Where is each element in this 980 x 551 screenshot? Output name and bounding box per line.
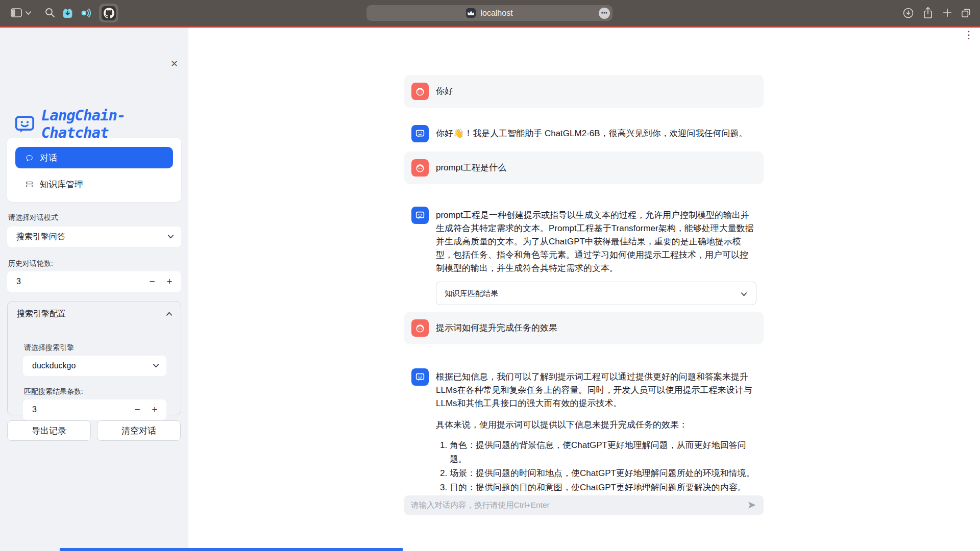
message-text: 你好👋！我是人工智能助手 ChatGLM2-6B，很高兴见到你，欢迎问我任何问题… <box>436 125 748 140</box>
result-plus-button[interactable]: + <box>146 399 163 420</box>
history-rounds-label: 历史对话轮数: <box>8 259 53 268</box>
user-avatar <box>411 83 429 100</box>
nav-item-label: 知识库管理 <box>40 179 83 190</box>
new-tab-icon[interactable] <box>942 7 953 18</box>
extension-circles-icon[interactable] <box>79 7 92 19</box>
nav-item-knowledge-base[interactable]: 知识库管理 <box>15 174 173 194</box>
search-engine-value: duckduckgo <box>32 361 76 370</box>
bottom-accent-bar <box>60 548 403 551</box>
history-minus-button[interactable]: − <box>143 271 161 292</box>
kb-match-results-label: 知识库匹配结果 <box>445 287 498 300</box>
message-text: 提示词如何提升完成任务的效果 <box>436 319 557 335</box>
sidebar-close-icon[interactable]: ✕ <box>170 58 178 69</box>
tab-overview-icon[interactable] <box>960 7 972 19</box>
result-count-label: 匹配搜索结果条数: <box>24 387 83 396</box>
browser-toolbar: localhost ⋯ <box>0 0 980 26</box>
chat-input[interactable] <box>411 500 742 510</box>
extension-cat-download-icon[interactable] <box>61 7 74 19</box>
chat-message-assistant: prompt工程是一种创建提示或指导以生成文本的过程，允许用户控制模型的输出并生… <box>404 199 764 313</box>
history-plus-button[interactable]: + <box>161 271 178 292</box>
app-menu-icon[interactable]: ⋮ <box>964 30 974 40</box>
chat-message-user: 你好 <box>404 75 764 108</box>
chat-message-user: prompt工程是什么 <box>404 152 764 184</box>
list-item: 场景：提供问题的时间和地点，使ChatGPT更好地理解问题所处的环境和情境。 <box>450 466 756 480</box>
message-text: 你好 <box>436 83 453 98</box>
message-paragraph: 根据已知信息，我们可以了解到提示词工程可以通过提供更好的问题和答案来提升LLMs… <box>436 370 756 410</box>
nav-item-dialog[interactable]: 对话 <box>15 147 173 168</box>
list-item: 角色：提供问题的背景信息，使ChatGPT更好地理解问题，从而更好地回答问题。 <box>450 438 756 466</box>
chevron-down-icon[interactable] <box>25 10 32 16</box>
logo-text: LangChain-Chatchat <box>41 107 188 141</box>
message-text: prompt工程是什么 <box>436 159 506 174</box>
dialog-mode-value: 搜索引擎问答 <box>16 232 65 242</box>
app-logo: LangChain-Chatchat <box>13 107 188 141</box>
search-engine-config-header[interactable]: 搜索引擎配置 <box>8 302 181 326</box>
nav-item-label: 对话 <box>40 152 57 164</box>
history-rounds-value: 3 <box>16 277 21 286</box>
user-avatar <box>411 319 429 337</box>
result-count-input[interactable]: 3 − + <box>23 399 166 420</box>
history-rounds-input[interactable]: 3 − + <box>7 271 181 292</box>
chevron-up-icon <box>165 310 173 318</box>
chevron-down-icon <box>740 290 748 298</box>
github-icon <box>102 6 116 20</box>
kb-match-results-expander[interactable]: 知识库匹配结果 <box>436 282 756 305</box>
search-icon[interactable] <box>44 7 56 19</box>
chat-message-assistant: 你好👋！我是人工智能助手 ChatGLM2-6B，很高兴见到你，欢迎问我任何问题… <box>404 117 764 150</box>
export-records-button[interactable]: 导出记录 <box>7 420 91 441</box>
search-engine-select[interactable]: duckduckgo <box>23 356 166 376</box>
result-minus-button[interactable]: − <box>129 399 146 420</box>
database-stack-icon <box>26 181 33 188</box>
nav-menu-card: 对话 知识库管理 <box>7 138 181 202</box>
downloads-icon[interactable] <box>902 7 914 19</box>
result-count-value: 3 <box>32 405 37 414</box>
address-bar-more-icon[interactable]: ⋯ <box>599 8 610 19</box>
logo-chat-bubble-icon <box>13 112 36 136</box>
dialog-mode-select[interactable]: 搜索引擎问答 <box>7 227 181 247</box>
search-engine-config-expander: 搜索引擎配置 请选择搜索引擎 duckduckgo 匹配搜索结果条数: 3 − … <box>7 301 181 415</box>
message-text: prompt工程是一种创建提示或指导以生成文本的过程，允许用户控制模型的输出并生… <box>436 209 756 275</box>
send-icon[interactable] <box>747 500 757 510</box>
site-favicon <box>466 8 476 18</box>
assistant-avatar <box>411 368 429 386</box>
user-avatar <box>411 159 429 177</box>
clear-dialog-button[interactable]: 清空对话 <box>97 420 181 441</box>
assistant-avatar <box>411 207 429 224</box>
chat-input-container <box>404 495 764 515</box>
sidebar-toggle-icon[interactable] <box>10 7 22 18</box>
chat-message-user: 提示词如何提升完成任务的效果 <box>404 312 764 344</box>
chat-bubble-icon <box>26 154 33 162</box>
search-engine-config-title: 搜索引擎配置 <box>17 309 66 319</box>
address-bar[interactable]: localhost ⋯ <box>366 5 612 21</box>
chevron-down-icon <box>167 233 175 240</box>
assistant-avatar <box>411 125 429 142</box>
search-engine-label: 请选择搜索引擎 <box>24 343 74 353</box>
chevron-down-icon <box>152 362 160 369</box>
tab-github[interactable] <box>99 4 118 22</box>
share-icon[interactable] <box>922 6 934 19</box>
message-paragraph: 具体来说，使用提示词可以提供以下信息来提升完成任务的效果： <box>436 418 756 432</box>
sidebar: ✕ LangChain-Chatchat 对话 知识库管理 请选择对话模式 <box>0 28 188 551</box>
assistant-bubble-icon <box>414 128 426 139</box>
user-face-icon <box>414 86 426 97</box>
url-text: localhost <box>480 9 512 18</box>
dialog-mode-label: 请选择对话模式 <box>8 213 58 222</box>
